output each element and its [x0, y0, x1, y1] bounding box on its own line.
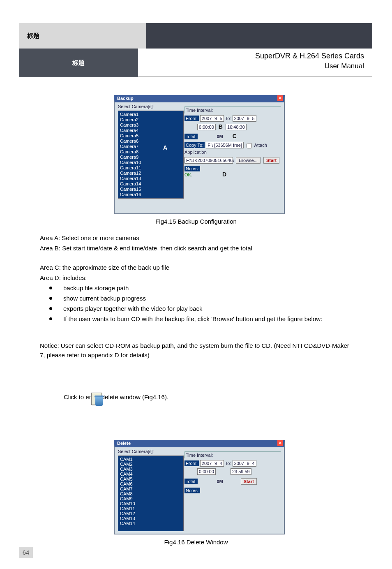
left-tab-label: 标题	[19, 23, 146, 49]
bullet-1: backup file storage path	[63, 284, 351, 293]
list-item[interactable]: CAM11	[120, 506, 182, 511]
to-date-input[interactable]: 2007- 9- 5	[233, 115, 256, 122]
attach-app-checkbox[interactable]	[247, 143, 252, 148]
total-label: Total:	[184, 479, 198, 484]
list-item[interactable]: Camera7	[120, 144, 182, 149]
to-date-input[interactable]: 2007- 9- 4	[233, 460, 256, 467]
product-title: SuperDVR & H.264 Series Cards	[138, 52, 364, 60]
letter-a: A	[163, 144, 167, 151]
from-label: From:	[184, 460, 199, 466]
list-item[interactable]: CAM8	[120, 491, 182, 496]
list-item[interactable]: Camera16	[120, 192, 182, 197]
list-item[interactable]: Camera15	[120, 187, 182, 192]
camera-list[interactable]: Camera1 Camera2 Camera3 Camera4 Camera5 …	[118, 111, 184, 199]
header-band: 标题 SuperDVR & H.264 Series Cards User Ma…	[19, 49, 372, 77]
list-item[interactable]: CAM6	[120, 481, 182, 486]
top-tab-row: 标题	[19, 23, 372, 49]
list-item[interactable]: CAM14	[120, 521, 182, 526]
list-item[interactable]: Camera3	[120, 123, 182, 128]
figure-caption-2: Fig4.16 Delete Window	[0, 539, 392, 546]
list-item[interactable]: Camera11	[120, 165, 182, 171]
delete-dialog: Delete × Select Camera[s]: CAM1 CAM2 CAM…	[114, 440, 285, 534]
list-item[interactable]: Camera14	[120, 181, 182, 187]
list-item[interactable]: Camera2	[120, 117, 182, 123]
list-item[interactable]: CAM12	[120, 511, 182, 516]
list-item[interactable]: Camera5	[120, 133, 182, 139]
time-interval-label: Time Interval:	[184, 451, 281, 458]
backup-dialog-title: Backup	[117, 96, 134, 101]
list-item[interactable]: Camera12	[120, 171, 182, 176]
figure-caption-1: Fig4.15 Backup Configuration	[0, 218, 392, 225]
list-item[interactable]: Camera8	[120, 149, 182, 155]
notice-block: Notice: User can select CD-ROM as backup…	[40, 341, 352, 360]
letter-b: B	[219, 123, 223, 130]
from-time-input[interactable]: 0:00:00	[197, 124, 216, 130]
copy-to-select[interactable]: F:\ [53656M free]	[206, 142, 244, 148]
list-item[interactable]: Camera4	[120, 128, 182, 133]
bullet-icon	[49, 297, 52, 300]
list-item[interactable]: Camera13	[120, 176, 182, 181]
notes-label: Notes:	[184, 488, 200, 493]
list-item[interactable]: CAM10	[120, 501, 182, 506]
close-icon[interactable]: ×	[277, 440, 283, 446]
notice-label: Notice:	[40, 342, 59, 349]
list-item[interactable]: CAM3	[120, 467, 182, 472]
bullet-2: show current backup progress	[63, 294, 351, 303]
page-number: 64	[19, 547, 33, 558]
bullet-4: If the user wants to burn CD with the ba…	[63, 315, 351, 324]
start-button[interactable]: Start	[263, 157, 279, 164]
list-item[interactable]: Camera9	[120, 155, 182, 160]
list-item[interactable]: CAM7	[120, 486, 182, 491]
list-item[interactable]: CAM13	[120, 516, 182, 521]
camera-list[interactable]: CAM1 CAM2 CAM3 CAM4 CAM5 CAM6 CAM7 CAM8 …	[118, 456, 184, 531]
from-date-input[interactable]: 2007- 9- 4	[200, 460, 224, 467]
from-date-input[interactable]: 2007- 9- 5	[200, 115, 224, 122]
list-item[interactable]: Camera1	[120, 112, 182, 117]
delete-file-icon[interactable]	[91, 393, 103, 406]
header-left-label: 标题	[19, 49, 138, 77]
header-right: SuperDVR & H.264 Series Cards User Manua…	[138, 49, 372, 77]
backup-dialog: Backup × Select Camera[s]: Camera1 Camer…	[114, 95, 285, 214]
to-time-input[interactable]: 23:59:59	[231, 468, 251, 475]
start-button[interactable]: Start	[241, 478, 257, 485]
to-label: To:	[225, 461, 231, 466]
list-item[interactable]: CAM5	[120, 476, 182, 481]
notes-value: OK.	[184, 172, 192, 177]
notes-label: Notes:	[184, 166, 200, 171]
to-time-input[interactable]: 16:48:30	[226, 124, 247, 130]
backup-right-panel: Time Interval: From: 2007- 9- 5 To: 2007…	[184, 106, 281, 180]
list-item[interactable]: Camera10	[120, 160, 182, 165]
close-icon[interactable]: ×	[277, 95, 283, 101]
select-cameras-label: Select Camera[s]:	[118, 449, 154, 454]
bullet-3: exports player together with the video f…	[63, 304, 351, 314]
backup-path-input[interactable]: F:\BK20070905165646\	[184, 157, 233, 164]
list-item[interactable]: CAM1	[120, 457, 182, 462]
copy-to-label: Copy To:	[184, 142, 205, 148]
section-a-text: Area A: Select one or more cameras	[40, 234, 352, 243]
select-cameras-label: Select Camera[s]:	[118, 104, 154, 109]
from-label: From:	[184, 116, 199, 121]
trash-bin-icon	[95, 397, 103, 406]
section-b-text: Area B: Set start time/date & end time/d…	[40, 244, 352, 253]
right-tab-dark	[146, 23, 372, 49]
delete-intro: Click to enter delete window (Fig4.16).	[64, 393, 376, 402]
list-item[interactable]: CAM4	[120, 472, 182, 476]
browse-button[interactable]: Browse...	[236, 157, 261, 164]
total-value: 0M	[217, 479, 223, 484]
to-label: To:	[225, 116, 231, 121]
bullet-icon	[49, 307, 52, 310]
bullet-icon	[49, 287, 52, 289]
total-label: Total:	[184, 134, 198, 139]
letter-c: C	[233, 133, 237, 139]
notice-text: User can select CD-ROM as backup path, a…	[40, 342, 349, 359]
letter-d: D	[222, 171, 226, 178]
list-item[interactable]: CAM9	[120, 496, 182, 501]
from-time-input[interactable]: 0:00:00	[197, 468, 216, 475]
doc-title: User Manual	[138, 62, 364, 70]
time-interval-label: Time Interval:	[184, 106, 281, 113]
bullet-icon	[49, 317, 52, 320]
delete-right-panel: Time Interval: From: 2007- 9- 4 To: 2007…	[184, 451, 281, 496]
list-item[interactable]: Camera6	[120, 139, 182, 144]
total-value: 0M	[217, 134, 223, 139]
list-item[interactable]: CAM2	[120, 462, 182, 467]
